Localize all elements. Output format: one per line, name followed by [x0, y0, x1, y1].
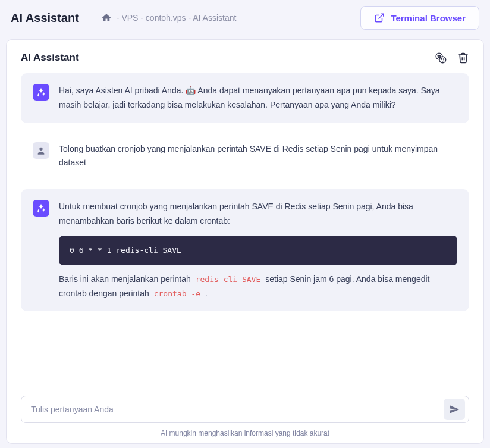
svg-point-6 — [443, 59, 444, 59]
delete-icon[interactable] — [457, 52, 469, 64]
user-avatar — [33, 142, 49, 159]
svg-point-3 — [438, 55, 438, 56]
svg-line-0 — [379, 14, 384, 18]
feedback-icon[interactable] — [435, 52, 447, 64]
top-header: AI Assistant - VPS - contoh.vps - AI Ass… — [0, 0, 490, 36]
disclaimer-text: AI mungkin menghasilkan informasi yang t… — [21, 429, 469, 437]
external-link-icon — [374, 12, 385, 23]
message-content: Hai, saya Asisten AI pribadi Anda. 🤖 And… — [59, 84, 457, 112]
card-header: AI Assistant — [7, 40, 483, 73]
message-content: Tolong buatkan cronjob yang menjalankan … — [59, 142, 457, 171]
main-card: AI Assistant Hai, saya Asisten AI pribad… — [6, 39, 484, 444]
input-area: AI mungkin menghasilkan informasi yang t… — [7, 387, 483, 443]
ai-message: Untuk membuat cronjob yang menjalankan p… — [21, 189, 469, 311]
terminal-button-label: Terminal Browser — [391, 13, 466, 23]
message-content: Untuk membuat cronjob yang menjalankan p… — [59, 200, 457, 300]
message-intro: Untuk membuat cronjob yang menjalankan p… — [59, 200, 457, 228]
svg-point-5 — [441, 59, 442, 59]
card-title: AI Assistant — [21, 52, 79, 64]
inline-code: crontab -e — [152, 289, 203, 298]
terminal-browser-button[interactable]: Terminal Browser — [360, 6, 479, 30]
breadcrumb[interactable]: - VPS - contoh.vps - AI Assistant — [101, 12, 237, 23]
send-button[interactable] — [444, 399, 465, 420]
code-block: 0 6 * * 1 redis-cli SAVE — [59, 236, 457, 265]
home-icon — [101, 12, 112, 23]
ai-message: Hai, saya Asisten AI pribadi Anda. 🤖 And… — [21, 73, 469, 123]
person-icon — [36, 146, 46, 155]
send-icon — [449, 404, 460, 415]
sparkle-icon — [36, 87, 46, 98]
svg-point-2 — [439, 57, 446, 63]
message-outro: Baris ini akan menjalankan perintah redi… — [59, 272, 457, 301]
chat-body: Hai, saya Asisten AI pribadi Anda. 🤖 And… — [7, 73, 483, 387]
app-title: AI Assistant — [11, 11, 79, 25]
header-left: AI Assistant - VPS - contoh.vps - AI Ass… — [11, 8, 236, 27]
ai-avatar — [33, 200, 49, 217]
card-actions — [435, 52, 469, 64]
svg-point-4 — [440, 55, 441, 56]
user-message: Tolong buatkan cronjob yang menjalankan … — [21, 131, 469, 181]
sparkle-icon — [36, 203, 46, 214]
header-divider — [90, 8, 90, 27]
inline-code: redis-cli SAVE — [193, 275, 263, 284]
chat-input[interactable] — [31, 399, 444, 420]
ai-avatar — [33, 84, 49, 101]
svg-point-7 — [39, 147, 42, 150]
input-row — [21, 396, 469, 423]
breadcrumb-text: - VPS - contoh.vps - AI Assistant — [117, 13, 237, 23]
